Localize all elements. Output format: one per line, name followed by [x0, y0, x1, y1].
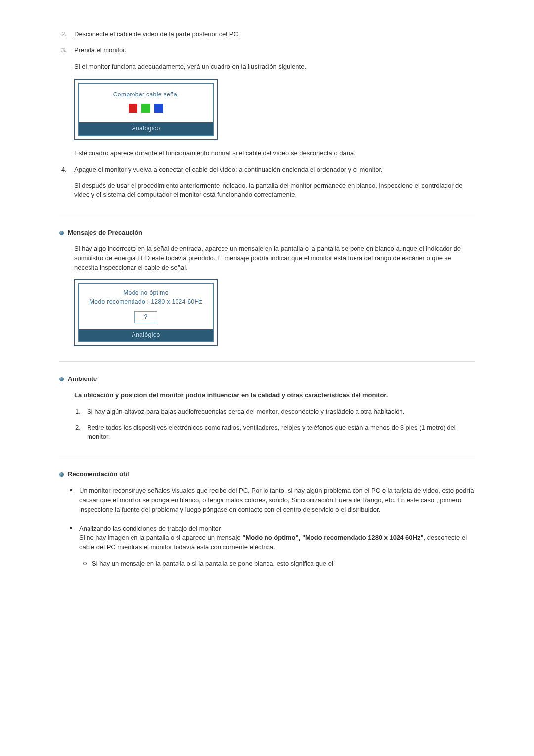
ambient-sublist: Si hay algún altavoz para bajas audiofre… — [74, 407, 475, 442]
ambient-item-2: Retire todos los dispositivos electrónic… — [87, 424, 475, 442]
callout2-line2: Modo recomendado : 1280 x 1024 60Hz — [82, 298, 210, 306]
tip-item-2b-bold: "Modo no óptimo", "Modo recomendado 1280… — [242, 534, 423, 541]
divider — [59, 457, 475, 457]
step-3: Prenda el monitor. Si el monitor funcion… — [74, 46, 475, 158]
rgb-squares — [83, 104, 209, 115]
step-4-desc1: Si después de usar el procedimiento ante… — [74, 181, 475, 200]
tip-sub-item-1: Si hay un mensaje en la pantalla o si la… — [92, 559, 475, 568]
divider — [59, 361, 475, 362]
procedure-list: Desconecte el cable de video de la parte… — [59, 30, 475, 200]
tip-sublist: Si hay un mensaje en la pantalla o si la… — [79, 559, 475, 568]
tip-item-2: Analizando las condiciones de trabajo de… — [79, 524, 475, 568]
step-4: Apague el monitor y vuelva a conectar el… — [74, 165, 475, 200]
bullet-icon — [59, 472, 64, 477]
question-box: ? — [134, 311, 157, 323]
tip-item-2b-pre: Si no hay imagen en la pantalla o si apa… — [79, 534, 242, 541]
divider — [59, 215, 475, 215]
ambient-lead: La ubicación y posición del monitor podr… — [74, 391, 475, 400]
ambient-heading-row: Ambiente — [59, 375, 475, 384]
ambient-item-1: Si hay algún altavoz para bajas audiofre… — [87, 407, 475, 417]
bullet-icon — [59, 377, 64, 381]
callout2-footer: Analógico — [79, 329, 213, 341]
callout-title: Comprobar cable señal — [83, 91, 209, 99]
step-2-text: Desconecte el cable de video de la parte… — [74, 30, 240, 38]
callout-footer: Analógico — [79, 122, 213, 135]
warning-body: Si hay algo incorrecto en la señal de en… — [74, 244, 475, 273]
step-2: Desconecte el cable de video de la parte… — [74, 30, 475, 39]
blue-square-icon — [154, 104, 163, 113]
mode-not-optimal-callout: Modo no óptimo Modo recomendado : 1280 x… — [74, 279, 218, 346]
tip-item-2a: Analizando las condiciones de trabajo de… — [79, 525, 221, 532]
step-3-desc2: Este cuadro aparece durante el funcionam… — [74, 149, 475, 158]
tip-list: Un monitor reconstruye señales visuales … — [64, 486, 475, 568]
step-3-text: Prenda el monitor. — [74, 47, 127, 54]
check-cable-callout: Comprobar cable señal Analógico — [74, 79, 218, 140]
tip-heading-row: Recomendación útil — [59, 470, 475, 479]
ambient-heading: Ambiente — [68, 375, 97, 384]
tip-heading: Recomendación útil — [68, 470, 129, 479]
green-square-icon — [141, 104, 150, 113]
step-3-desc1: Si el monitor funciona adecuadamente, ve… — [74, 62, 475, 72]
callout2-line1: Modo no óptimo — [82, 289, 210, 297]
red-square-icon — [129, 104, 137, 113]
warning-heading-row: Mensajes de Precaución — [59, 228, 475, 237]
step-4-text: Apague el monitor y vuelva a conectar el… — [74, 166, 383, 173]
bullet-icon — [59, 231, 64, 235]
tip-item-1: Un monitor reconstruye señales visuales … — [79, 486, 475, 515]
warning-heading: Mensajes de Precaución — [68, 228, 142, 237]
